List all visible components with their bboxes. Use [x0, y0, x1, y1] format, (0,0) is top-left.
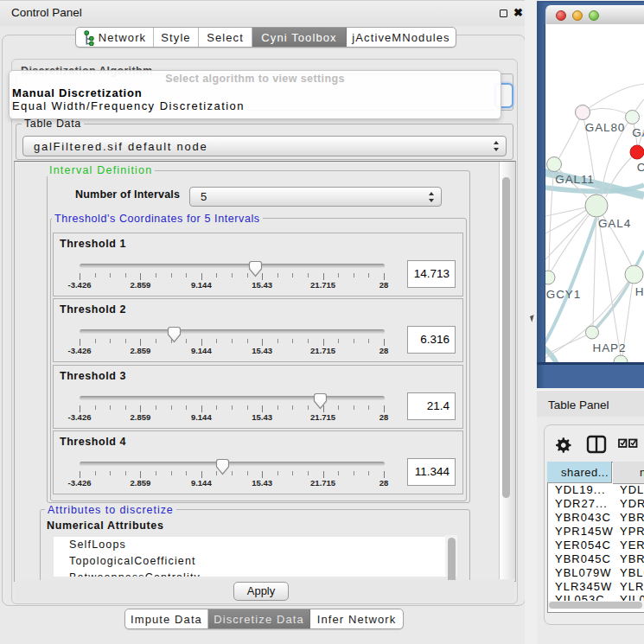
- svg-text:GAL4: GAL4: [598, 217, 631, 230]
- svg-text:GA: GA: [632, 126, 644, 139]
- svg-text:GAL11: GAL11: [555, 173, 595, 186]
- svg-text:GCY1: GCY1: [546, 288, 581, 301]
- svg-text:H: H: [635, 285, 644, 298]
- svg-text:HAP2: HAP2: [593, 341, 627, 354]
- svg-text:GAL80: GAL80: [585, 121, 626, 134]
- svg-text:C: C: [637, 161, 644, 174]
